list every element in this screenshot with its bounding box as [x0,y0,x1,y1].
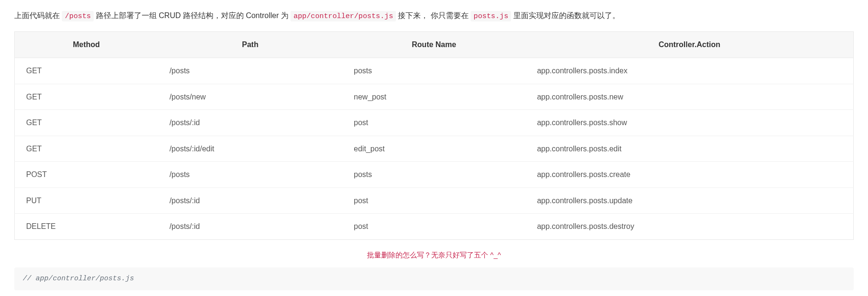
inline-code-postsjs: posts.js [471,11,511,21]
cell-route-name: posts [342,162,525,188]
intro-paragraph: 上面代码就在 /posts 路径上部署了一组 CRUD 路径结构，对应的 Con… [14,10,854,22]
cell-controller-action: app.controllers.posts.destroy [526,214,854,240]
routes-table: Method Path Route Name Controller.Action… [14,31,854,240]
cell-path: /posts [158,162,342,188]
code-comment: // app/controller/posts.js [23,275,134,283]
cell-method: PUT [15,187,158,214]
cell-path: /posts/:id [158,214,342,240]
table-header-controller-action: Controller.Action [526,32,854,58]
code-block: // app/controller/posts.js [14,267,854,290]
cell-path: /posts [158,58,342,84]
table-row: POST/postspostsapp.controllers.posts.cre… [15,162,854,188]
cell-method: DELETE [15,214,158,240]
table-header-route-name: Route Name [342,32,525,58]
table-header-row: Method Path Route Name Controller.Action [15,32,854,58]
cell-method: GET [15,84,158,110]
table-row: GET/posts/:idpostapp.controllers.posts.s… [15,110,854,136]
cell-method: GET [15,58,158,84]
intro-text-3: 接下来， 你只需要在 [396,11,471,20]
cell-controller-action: app.controllers.posts.index [526,58,854,84]
intro-text-2: 路径上部署了一组 CRUD 路径结构，对应的 Controller 为 [94,11,290,20]
cell-controller-action: app.controllers.posts.show [526,110,854,136]
cell-path: /posts/:id [158,110,342,136]
note-text: 批量删除的怎么写？无奈只好写了五个 ^_^ [14,249,854,261]
cell-controller-action: app.controllers.posts.create [526,162,854,188]
cell-route-name: posts [342,58,525,84]
cell-route-name: post [342,110,525,136]
cell-route-name: post [342,187,525,214]
cell-controller-action: app.controllers.posts.edit [526,136,854,162]
table-row: GET/postspostsapp.controllers.posts.inde… [15,58,854,84]
cell-path: /posts/new [158,84,342,110]
cell-controller-action: app.controllers.posts.update [526,187,854,214]
table-row: GET/posts/:id/editedit_postapp.controlle… [15,136,854,162]
table-header-path: Path [158,32,342,58]
intro-text-4: 里面实现对应的函数就可以了。 [511,11,619,20]
table-header-method: Method [15,32,158,58]
inline-code-posts: /posts [62,11,94,21]
cell-route-name: new_post [342,84,525,110]
table-row: DELETE/posts/:idpostapp.controllers.post… [15,214,854,240]
cell-method: GET [15,110,158,136]
cell-controller-action: app.controllers.posts.new [526,84,854,110]
cell-path: /posts/:id/edit [158,136,342,162]
table-row: PUT/posts/:idpostapp.controllers.posts.u… [15,187,854,214]
cell-method: GET [15,136,158,162]
cell-route-name: edit_post [342,136,525,162]
cell-route-name: post [342,214,525,240]
cell-path: /posts/:id [158,187,342,214]
cell-method: POST [15,162,158,188]
table-row: GET/posts/newnew_postapp.controllers.pos… [15,84,854,110]
intro-text-1: 上面代码就在 [14,11,62,20]
inline-code-controller-path: app/controller/posts.js [290,11,396,21]
